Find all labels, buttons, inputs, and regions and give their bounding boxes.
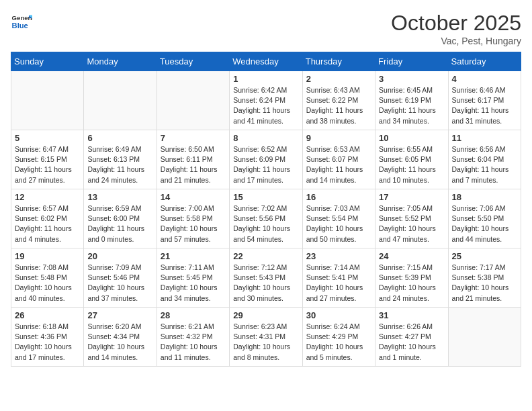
day-info: Sunrise: 7:12 AM Sunset: 5:43 PM Dayligh… (233, 263, 298, 304)
calendar-day-cell: 31Sunrise: 6:26 AM Sunset: 4:27 PM Dayli… (375, 308, 448, 367)
day-of-week-header: Friday (375, 52, 448, 71)
day-info: Sunrise: 7:15 AM Sunset: 5:39 PM Dayligh… (379, 263, 444, 304)
day-info: Sunrise: 6:49 AM Sunset: 6:13 PM Dayligh… (87, 144, 152, 185)
day-info: Sunrise: 6:56 AM Sunset: 6:04 PM Dayligh… (452, 144, 517, 185)
calendar-body: 1Sunrise: 6:42 AM Sunset: 6:24 PM Daylig… (11, 71, 521, 367)
calendar-week-row: 5Sunrise: 6:47 AM Sunset: 6:15 PM Daylig… (11, 130, 521, 189)
calendar-day-cell (157, 71, 229, 130)
day-number: 13 (87, 192, 152, 202)
day-info: Sunrise: 7:06 AM Sunset: 5:50 PM Dayligh… (452, 203, 517, 244)
day-number: 24 (379, 251, 444, 261)
day-number: 17 (379, 192, 444, 202)
day-of-week-header: Tuesday (157, 52, 229, 71)
calendar-day-cell: 23Sunrise: 7:14 AM Sunset: 5:41 PM Dayli… (302, 248, 375, 308)
calendar-day-cell: 13Sunrise: 6:59 AM Sunset: 6:00 PM Dayli… (84, 189, 157, 248)
day-number: 31 (379, 310, 444, 320)
day-number: 28 (161, 310, 226, 320)
day-info: Sunrise: 6:50 AM Sunset: 6:11 PM Dayligh… (161, 144, 226, 185)
day-info: Sunrise: 6:53 AM Sunset: 6:07 PM Dayligh… (306, 144, 371, 185)
calendar-day-cell: 5Sunrise: 6:47 AM Sunset: 6:15 PM Daylig… (11, 130, 84, 189)
calendar-day-cell: 20Sunrise: 7:09 AM Sunset: 5:46 PM Dayli… (84, 248, 157, 308)
day-number: 25 (452, 251, 517, 261)
day-info: Sunrise: 6:45 AM Sunset: 6:19 PM Dayligh… (379, 85, 444, 126)
calendar-day-cell: 4Sunrise: 6:46 AM Sunset: 6:17 PM Daylig… (448, 71, 521, 130)
calendar-day-cell: 2Sunrise: 6:43 AM Sunset: 6:22 PM Daylig… (302, 71, 375, 130)
day-number: 27 (87, 310, 152, 320)
day-info: Sunrise: 7:05 AM Sunset: 5:52 PM Dayligh… (379, 203, 444, 244)
day-number: 3 (379, 74, 444, 84)
title-block: October 2025 Vac, Pest, Hungary (391, 11, 521, 46)
day-number: 12 (15, 192, 80, 202)
day-number: 16 (306, 192, 371, 202)
calendar-day-cell: 26Sunrise: 6:18 AM Sunset: 4:36 PM Dayli… (11, 308, 84, 367)
calendar-header: SundayMondayTuesdayWednesdayThursdayFrid… (11, 52, 521, 71)
calendar-week-row: 26Sunrise: 6:18 AM Sunset: 4:36 PM Dayli… (11, 308, 521, 367)
calendar-day-cell: 15Sunrise: 7:02 AM Sunset: 5:56 PM Dayli… (230, 189, 302, 248)
calendar-week-row: 19Sunrise: 7:08 AM Sunset: 5:48 PM Dayli… (11, 248, 521, 308)
day-number: 22 (233, 251, 298, 261)
calendar-day-cell: 7Sunrise: 6:50 AM Sunset: 6:11 PM Daylig… (157, 130, 229, 189)
calendar-day-cell: 28Sunrise: 6:21 AM Sunset: 4:32 PM Dayli… (157, 308, 229, 367)
day-info: Sunrise: 7:11 AM Sunset: 5:45 PM Dayligh… (161, 263, 226, 304)
day-info: Sunrise: 7:17 AM Sunset: 5:38 PM Dayligh… (452, 263, 517, 304)
calendar-day-cell: 24Sunrise: 7:15 AM Sunset: 5:39 PM Dayli… (375, 248, 448, 308)
day-of-week-header: Thursday (302, 52, 375, 71)
day-number: 30 (306, 310, 371, 320)
day-info: Sunrise: 7:08 AM Sunset: 5:48 PM Dayligh… (15, 263, 80, 304)
day-info: Sunrise: 6:23 AM Sunset: 4:31 PM Dayligh… (233, 322, 298, 363)
calendar-day-cell: 3Sunrise: 6:45 AM Sunset: 6:19 PM Daylig… (375, 71, 448, 130)
logo: General Blue (11, 11, 32, 32)
day-number: 23 (306, 251, 371, 261)
day-info: Sunrise: 6:24 AM Sunset: 4:29 PM Dayligh… (306, 322, 371, 363)
day-number: 11 (452, 133, 517, 143)
day-info: Sunrise: 6:52 AM Sunset: 6:09 PM Dayligh… (233, 144, 298, 185)
days-of-week-row: SundayMondayTuesdayWednesdayThursdayFrid… (11, 52, 521, 71)
calendar-day-cell: 30Sunrise: 6:24 AM Sunset: 4:29 PM Dayli… (302, 308, 375, 367)
calendar-week-row: 12Sunrise: 6:57 AM Sunset: 6:02 PM Dayli… (11, 189, 521, 248)
day-number: 20 (87, 251, 152, 261)
calendar-table: SundayMondayTuesdayWednesdayThursdayFrid… (11, 52, 521, 367)
calendar-day-cell: 17Sunrise: 7:05 AM Sunset: 5:52 PM Dayli… (375, 189, 448, 248)
day-info: Sunrise: 6:21 AM Sunset: 4:32 PM Dayligh… (161, 322, 226, 363)
day-number: 10 (379, 133, 444, 143)
calendar-day-cell: 8Sunrise: 6:52 AM Sunset: 6:09 PM Daylig… (230, 130, 302, 189)
calendar-day-cell: 14Sunrise: 7:00 AM Sunset: 5:58 PM Dayli… (157, 189, 229, 248)
calendar-day-cell: 6Sunrise: 6:49 AM Sunset: 6:13 PM Daylig… (84, 130, 157, 189)
calendar-week-row: 1Sunrise: 6:42 AM Sunset: 6:24 PM Daylig… (11, 71, 521, 130)
day-info: Sunrise: 6:55 AM Sunset: 6:05 PM Dayligh… (379, 144, 444, 185)
calendar-day-cell (84, 71, 157, 130)
day-info: Sunrise: 6:46 AM Sunset: 6:17 PM Dayligh… (452, 85, 517, 126)
day-info: Sunrise: 6:26 AM Sunset: 4:27 PM Dayligh… (379, 322, 444, 363)
calendar-day-cell: 27Sunrise: 6:20 AM Sunset: 4:34 PM Dayli… (84, 308, 157, 367)
day-of-week-header: Monday (84, 52, 157, 71)
day-number: 2 (306, 74, 371, 84)
calendar-day-cell (448, 308, 521, 367)
day-number: 8 (233, 133, 298, 143)
day-of-week-header: Saturday (448, 52, 521, 71)
page-header: General Blue October 2025 Vac, Pest, Hun… (11, 11, 521, 46)
day-of-week-header: Sunday (11, 52, 84, 71)
day-info: Sunrise: 6:20 AM Sunset: 4:34 PM Dayligh… (87, 322, 152, 363)
day-info: Sunrise: 6:43 AM Sunset: 6:22 PM Dayligh… (306, 85, 371, 126)
logo-icon: General Blue (11, 11, 32, 32)
calendar-day-cell: 22Sunrise: 7:12 AM Sunset: 5:43 PM Dayli… (230, 248, 302, 308)
calendar-day-cell (11, 71, 84, 130)
calendar-day-cell: 19Sunrise: 7:08 AM Sunset: 5:48 PM Dayli… (11, 248, 84, 308)
day-info: Sunrise: 6:57 AM Sunset: 6:02 PM Dayligh… (15, 203, 80, 244)
day-number: 29 (233, 310, 298, 320)
day-info: Sunrise: 6:42 AM Sunset: 6:24 PM Dayligh… (233, 85, 298, 126)
day-number: 21 (161, 251, 226, 261)
day-info: Sunrise: 7:03 AM Sunset: 5:54 PM Dayligh… (306, 203, 371, 244)
day-number: 4 (452, 74, 517, 84)
calendar-day-cell: 11Sunrise: 6:56 AM Sunset: 6:04 PM Dayli… (448, 130, 521, 189)
day-number: 14 (161, 192, 226, 202)
day-number: 1 (233, 74, 298, 84)
day-of-week-header: Wednesday (230, 52, 302, 71)
day-number: 7 (161, 133, 226, 143)
calendar-day-cell: 29Sunrise: 6:23 AM Sunset: 4:31 PM Dayli… (230, 308, 302, 367)
day-info: Sunrise: 7:00 AM Sunset: 5:58 PM Dayligh… (161, 203, 226, 244)
calendar-day-cell: 9Sunrise: 6:53 AM Sunset: 6:07 PM Daylig… (302, 130, 375, 189)
calendar-day-cell: 1Sunrise: 6:42 AM Sunset: 6:24 PM Daylig… (230, 71, 302, 130)
month-title: October 2025 (391, 11, 521, 36)
calendar-day-cell: 18Sunrise: 7:06 AM Sunset: 5:50 PM Dayli… (448, 189, 521, 248)
